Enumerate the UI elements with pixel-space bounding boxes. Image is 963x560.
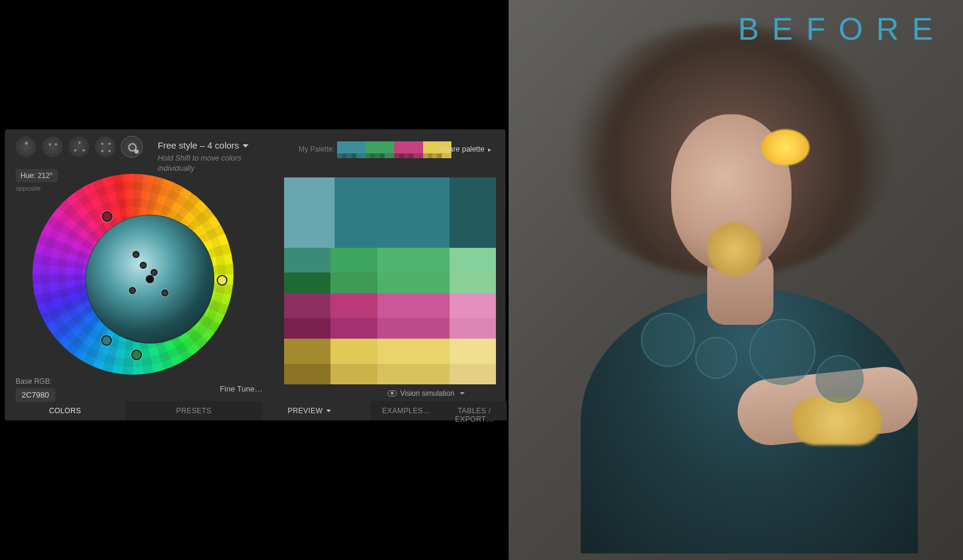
wheel-center[interactable] — [146, 275, 154, 283]
swatch[interactable] — [330, 272, 377, 293]
grid-row — [284, 318, 496, 339]
color-wheel-area: Hue: 212° opposite Base RGB: 2C7980 Fine… — [16, 169, 262, 410]
tab-examples[interactable]: EXAMPLES… — [371, 401, 442, 420]
swatch[interactable] — [450, 272, 496, 293]
teal-marker[interactable] — [101, 335, 112, 346]
svg-point-4 — [74, 149, 76, 152]
harmony-mono-icon[interactable] — [16, 137, 36, 157]
dropdown-caret-icon — [460, 392, 465, 397]
inner-dot[interactable] — [132, 251, 140, 258]
grid-row — [284, 272, 496, 293]
tab-colors[interactable]: COLORS — [5, 401, 125, 420]
swatch[interactable] — [450, 248, 496, 272]
swatch[interactable] — [330, 339, 377, 363]
dress-scale — [816, 355, 864, 403]
grid-row — [284, 248, 496, 272]
grid-row — [284, 294, 496, 318]
harmony-tetrad-icon[interactable] — [95, 137, 116, 157]
mode-dropdown[interactable]: Free style – 4 colors — [158, 140, 249, 150]
share-palette-button[interactable]: Share palette▸ — [440, 145, 491, 153]
swatch[interactable] — [377, 248, 450, 272]
gold-accent-hand — [791, 397, 882, 445]
swatch[interactable] — [450, 177, 496, 248]
eye-icon — [388, 390, 397, 396]
opposite-label[interactable]: opposite — [16, 185, 41, 192]
swatch[interactable] — [284, 318, 330, 339]
hue-readout[interactable]: Hue: 212° — [16, 169, 58, 182]
swatch[interactable] — [330, 318, 377, 339]
swatch[interactable] — [377, 339, 450, 363]
grid-row — [284, 339, 496, 363]
color-wheel[interactable] — [33, 174, 234, 375]
app-stage: BEFORE Free style – 4 colors Hold Shift … — [0, 0, 963, 560]
preview-label: PREVIEW — [288, 407, 323, 415]
harmony-analogous-icon[interactable] — [42, 137, 63, 157]
tab-preview[interactable]: PREVIEW — [262, 401, 371, 420]
share-label: Share palette — [440, 145, 485, 153]
swatch[interactable] — [335, 177, 449, 248]
svg-point-8 — [101, 150, 104, 152]
swatch[interactable] — [284, 294, 330, 318]
gold-accent-eye — [761, 129, 810, 165]
red-marker[interactable] — [102, 211, 113, 222]
yellow-marker[interactable] — [217, 275, 228, 286]
svg-point-0 — [25, 142, 28, 145]
harmony-freestyle-icon[interactable] — [122, 137, 142, 157]
swatch[interactable] — [284, 364, 330, 384]
mode-label: Free style – 4 colors — [158, 140, 239, 150]
vision-label: Vision simulation — [400, 389, 454, 398]
base-rgb-value[interactable]: 2C7980 — [16, 388, 55, 402]
svg-point-5 — [82, 149, 85, 152]
tab-presets[interactable]: PRESETS — [125, 401, 262, 420]
svg-point-1 — [49, 143, 51, 146]
swatch[interactable] — [450, 339, 496, 363]
reference-photo: BEFORE — [509, 0, 963, 560]
swatch[interactable] — [284, 177, 335, 248]
dress-scale — [641, 313, 695, 367]
inner-dot[interactable] — [161, 289, 169, 297]
swatch[interactable] — [330, 248, 377, 272]
swatch[interactable] — [450, 318, 496, 339]
swatch[interactable] — [284, 248, 330, 272]
dropdown-caret-icon — [326, 410, 331, 414]
svg-point-6 — [101, 143, 104, 145]
vision-simulation-dropdown[interactable]: Vision simulation — [388, 389, 465, 398]
svg-point-3 — [78, 141, 81, 144]
fine-tune-button[interactable]: Fine Tune… — [220, 384, 262, 393]
swatch[interactable] — [377, 364, 450, 384]
dress-scale — [749, 319, 816, 385]
my-palette-label: My Palette: — [299, 145, 335, 153]
chevron-right-icon: ▸ — [488, 146, 491, 153]
swatch[interactable] — [377, 318, 450, 339]
tool-header: Free style – 4 colors Hold Shift to move… — [16, 137, 498, 167]
before-label: BEFORE — [738, 11, 946, 47]
inner-dot[interactable] — [129, 287, 136, 294]
svg-point-7 — [108, 143, 111, 145]
harmony-triad-icon[interactable] — [69, 137, 89, 157]
svg-point-2 — [55, 143, 57, 146]
svg-point-9 — [108, 150, 111, 152]
swatch[interactable] — [450, 364, 496, 384]
swatch[interactable] — [284, 272, 330, 293]
bottom-tabs: COLORS PRESETS PREVIEW EXAMPLES… TABLES … — [5, 401, 506, 420]
base-rgb-label: Base RGB: — [16, 377, 52, 386]
dress-scale — [695, 337, 737, 379]
swatch[interactable] — [330, 364, 377, 384]
swatch[interactable] — [377, 294, 450, 318]
dropdown-caret-icon — [243, 144, 249, 150]
swatch[interactable] — [330, 294, 377, 318]
green-marker[interactable] — [131, 349, 142, 360]
my-palette-pixels — [337, 153, 451, 158]
palette-grid — [284, 177, 496, 384]
grid-row — [284, 364, 496, 384]
swatch[interactable] — [377, 272, 450, 293]
tab-export[interactable]: TABLES / EXPORT… — [442, 401, 507, 420]
svg-point-11 — [135, 150, 139, 154]
inner-dot[interactable] — [140, 262, 147, 269]
swatch[interactable] — [450, 294, 496, 318]
grid-row — [284, 177, 496, 248]
color-tool-panel: Free style – 4 colors Hold Shift to move… — [5, 129, 506, 420]
swatch[interactable] — [284, 339, 330, 363]
svg-point-10 — [129, 144, 136, 151]
gold-accent-neck — [707, 223, 761, 277]
